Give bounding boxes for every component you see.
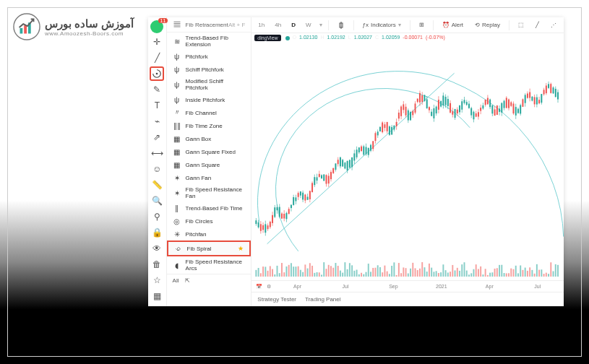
goto-date-icon[interactable]: 📅: [256, 284, 262, 290]
svg-rect-374: [504, 273, 505, 277]
account-badge[interactable]: [150, 20, 163, 33]
svg-rect-274: [270, 266, 271, 277]
tab-strategy-tester[interactable]: Strategy Tester: [257, 296, 296, 303]
svg-rect-352: [452, 265, 454, 277]
o-value: 1.02130: [299, 35, 317, 41]
item-fib-circles[interactable]: ◎Fib Circles: [167, 214, 251, 228]
favorite-star-icon[interactable]: ★: [238, 245, 244, 252]
svg-rect-349: [445, 270, 447, 277]
svg-rect-272: [265, 266, 267, 277]
tf-1h[interactable]: 1h: [256, 20, 267, 30]
svg-rect-347: [440, 272, 442, 277]
layout-icon[interactable]: ▦: [150, 289, 164, 303]
svg-rect-396: [555, 264, 556, 277]
text-icon[interactable]: T: [150, 98, 164, 113]
item-gann-fan[interactable]: ✶Gann Fan: [167, 171, 251, 184]
indicators-icon: ƒx: [363, 22, 369, 28]
ohlc-readout: dingView O1.02130 H1.02192 L1.02027 C1.0…: [254, 35, 445, 41]
emoji-icon[interactable]: ☺: [150, 162, 164, 176]
svg-rect-318: [373, 268, 374, 277]
svg-rect-305: [343, 273, 344, 277]
gann-sq-fixed-icon: ▦: [173, 147, 181, 156]
footer-all[interactable]: All: [173, 277, 179, 284]
svg-rect-326: [392, 266, 393, 277]
svg-rect-314: [364, 274, 365, 277]
item-fib-channel[interactable]: 〃Fib Channel: [167, 106, 251, 119]
tf-d[interactable]: D: [289, 20, 298, 30]
svg-line-7: [267, 73, 455, 243]
item-gann-box[interactable]: ▦Gann Box: [167, 132, 251, 145]
svg-rect-329: [398, 263, 400, 277]
svg-rect-290: [307, 269, 309, 277]
trash-icon[interactable]: 🗑: [150, 257, 164, 272]
item-gann-square[interactable]: ▦Gann Square: [167, 158, 251, 171]
svg-rect-301: [333, 268, 335, 277]
forecast-icon[interactable]: ⇗: [150, 130, 164, 144]
lock-icon[interactable]: 🔒: [150, 225, 164, 240]
item-gann-sq-fixed[interactable]: ▦Gann Square Fixed: [167, 145, 251, 158]
gann-box-icon: ▦: [173, 134, 181, 143]
star-icon[interactable]: ☆: [150, 273, 164, 287]
tf-dropdown-icon[interactable]: ▾: [319, 22, 322, 28]
eye-icon[interactable]: 👁: [150, 241, 164, 256]
svg-rect-299: [328, 265, 330, 277]
alert-button[interactable]: ⏰ Alert: [439, 20, 466, 30]
zoom-icon[interactable]: 🔍: [150, 194, 164, 208]
fib-tool-icon[interactable]: [150, 66, 164, 81]
tz-icon[interactable]: ⚙: [267, 284, 271, 290]
item-trend-fib-time[interactable]: ‖Trend-Based Fib Time: [167, 202, 251, 214]
magnet-icon[interactable]: ⚲: [150, 209, 164, 224]
crosshair-icon[interactable]: ✛: [150, 35, 164, 49]
crop-icon[interactable]: ⬚: [515, 20, 527, 30]
item-label: Fib Channel: [186, 110, 217, 116]
item-fib-timezone[interactable]: ‖‖Fib Time Zone: [167, 119, 251, 132]
item-schiff-pitchfork[interactable]: ψSchiff Pitchfork: [167, 63, 251, 76]
item-inside-pitchfork[interactable]: ψInside Pitchfork: [167, 93, 251, 106]
svg-rect-300: [330, 266, 332, 277]
svg-rect-390: [541, 269, 543, 277]
footer-collapse-icon[interactable]: ⇱: [185, 277, 190, 284]
svg-rect-291: [309, 263, 311, 277]
svg-rect-313: [361, 273, 362, 277]
top-toolbar: 1h 4h D W ▾ ƒx Indicators ▾ ⊞ ⏰ Alert: [251, 17, 564, 33]
svg-rect-344: [434, 272, 435, 277]
price-chart[interactable]: [251, 33, 564, 280]
chg-pct: (-0.07%): [426, 35, 445, 41]
svg-rect-312: [358, 274, 360, 277]
chart-style-button[interactable]: [335, 20, 348, 30]
tf-w[interactable]: W: [304, 20, 314, 30]
item-pitchfan[interactable]: ✳Pitchfan: [167, 228, 251, 240]
draw-path-icon[interactable]: ⋰: [548, 20, 559, 30]
tab-trading-panel[interactable]: Trading Panel: [305, 296, 341, 303]
pattern-icon[interactable]: ⌁: [150, 114, 164, 129]
template-button[interactable]: ⊞: [416, 20, 427, 30]
replay-button[interactable]: ⟲ Replay: [472, 20, 503, 30]
indicators-button[interactable]: ƒx Indicators ▾: [360, 20, 404, 30]
svg-rect-367: [487, 275, 489, 277]
tick: 2021: [420, 284, 463, 289]
h-label: H: [320, 35, 324, 41]
item-pitchfork[interactable]: ψPitchfork: [167, 50, 251, 63]
ruler-icon[interactable]: 📏: [150, 178, 164, 192]
brush-icon[interactable]: ✎: [150, 82, 164, 97]
item-fib-speed-fan[interactable]: ✶Fib Speed Resistance Fan: [167, 184, 251, 202]
draw-line-icon[interactable]: ╱: [533, 20, 542, 30]
svg-rect-316: [368, 264, 369, 277]
item-fib-speed-arcs[interactable]: ◖Fib Speed Resistance Arcs: [167, 256, 251, 274]
fib-spiral-icon: ꩜: [174, 244, 183, 253]
svg-rect-284: [293, 266, 295, 277]
svg-rect-361: [473, 269, 475, 277]
svg-rect-350: [447, 272, 449, 277]
item-fib-spiral[interactable]: ꩜Fib Spiral★: [167, 240, 251, 256]
l-label: L: [348, 35, 351, 41]
svg-rect-392: [546, 273, 547, 277]
trendline-icon[interactable]: ╱: [150, 51, 164, 65]
svg-rect-321: [379, 267, 381, 277]
svg-rect-320: [377, 265, 379, 277]
tf-4h[interactable]: 4h: [272, 20, 283, 30]
item-trend-fib-ext[interactable]: ≋Trend-Based Fib Extension: [167, 32, 251, 50]
item-mod-schiff-pitchfork[interactable]: ψModified Schiff Pitchfork: [167, 76, 251, 93]
measure-icon[interactable]: ⟷: [150, 146, 164, 160]
submenu-header[interactable]: Fib Retracement Alt + F: [167, 17, 251, 32]
item-label: Pitchfan: [186, 231, 207, 238]
